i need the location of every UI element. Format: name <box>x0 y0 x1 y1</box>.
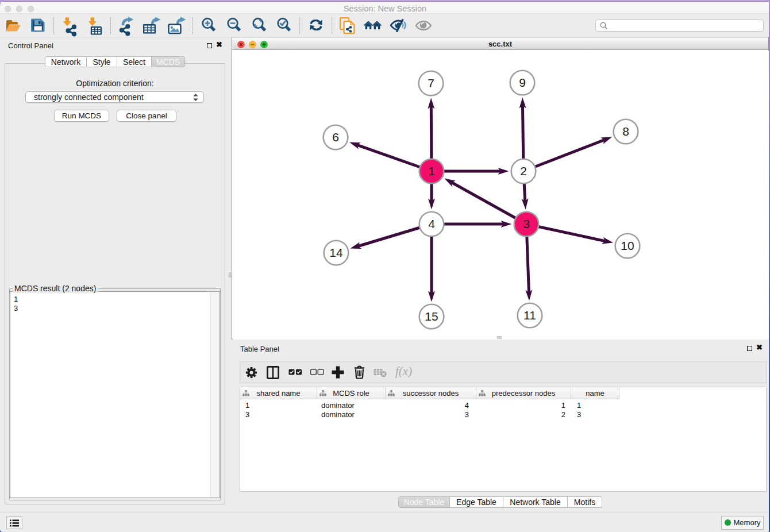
svg-text:8: 8 <box>622 125 629 138</box>
svg-text:6: 6 <box>332 130 339 144</box>
svg-text:10: 10 <box>621 239 634 252</box>
svg-text:2: 2 <box>520 164 527 178</box>
svg-text:15: 15 <box>425 310 438 323</box>
svg-text:3: 3 <box>523 217 530 230</box>
svg-text:4: 4 <box>428 217 435 230</box>
svg-text:14: 14 <box>329 246 343 259</box>
svg-text:1: 1 <box>428 164 435 178</box>
svg-text:11: 11 <box>523 309 536 322</box>
svg-text:9: 9 <box>519 76 526 89</box>
svg-text:7: 7 <box>428 76 434 90</box>
